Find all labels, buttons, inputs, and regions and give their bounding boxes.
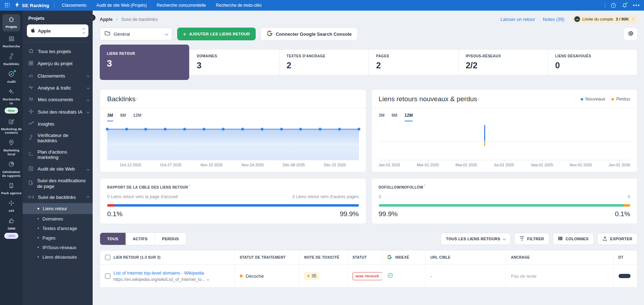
folder-icon xyxy=(104,31,110,37)
chain-link-icon xyxy=(8,53,14,61)
toxicity-dot xyxy=(307,275,309,277)
sidebar-item-suivi-de-backlinks[interactable]: Suivi de backlinks xyxy=(23,192,93,203)
backlinks-chart-title: Backlinks xyxy=(107,95,135,103)
backlinks-line-chart[interactable] xyxy=(107,123,359,160)
new-lost-bar-chart[interactable] xyxy=(379,123,631,160)
rail-item-api[interactable]: API xyxy=(1,200,22,213)
rail-item-recherche[interactable]: Recherche xyxy=(1,36,22,48)
info-icon: i xyxy=(424,183,425,187)
sidebar-item-audit-site-web[interactable]: Audit de site Web xyxy=(23,163,93,175)
range-tab-3m[interactable]: 3M xyxy=(379,113,385,121)
api-nodes-icon xyxy=(8,200,14,208)
sidebar-item-plan-actions-marketing[interactable]: Plan d'actions marketing xyxy=(23,146,93,163)
row-checkbox[interactable] xyxy=(105,274,110,279)
backlink-icon xyxy=(28,195,34,200)
notifications-bell-icon[interactable] xyxy=(621,2,628,8)
apps-grid-icon[interactable] xyxy=(5,3,10,8)
backlink-url-link[interactable]: List of Internet top-level domains - Wik… xyxy=(114,270,209,276)
bullet-icon xyxy=(37,228,39,229)
range-tab-6m[interactable]: 6M xyxy=(391,113,398,121)
rail-item-pack-agence[interactable]: Pack agence xyxy=(1,183,22,195)
sidebar-item-analyse-trafic[interactable]: Analyse & trafic xyxy=(23,82,93,94)
columns-button[interactable]: COLONNES xyxy=(553,233,594,245)
rail-item-generateur-rapports[interactable]: Générateur de rapports xyxy=(1,161,22,178)
target-progress-bar xyxy=(107,204,359,207)
url-expand-caret[interactable] xyxy=(207,278,209,281)
project-sidebar: Projets Apple Tous les projets Aperçu du… xyxy=(23,11,93,305)
rail-item-recherche-ia[interactable]: Recherche IA New xyxy=(1,88,22,114)
sidebar-item-suivi-resultats-ia[interactable]: Suivi des résultats IA xyxy=(23,106,93,119)
sidebar-item-classements[interactable]: Classements xyxy=(23,70,93,82)
tab-tous[interactable]: TOUS xyxy=(100,233,126,245)
google-icon xyxy=(387,254,392,261)
stat-liens-desavoues[interactable]: LIENS DÉSAVOUÉS 0 xyxy=(548,50,637,75)
select-all-checkbox[interactable] xyxy=(105,255,110,260)
stat-pages[interactable]: PAGES 2 xyxy=(369,50,458,75)
rail-item-smm[interactable]: SMM -20% xyxy=(1,218,22,239)
add-backlinks-button[interactable]: + AJOUTER LES LIENS RETOUR xyxy=(177,28,256,40)
tab-actifs[interactable]: ACTIFS xyxy=(126,233,155,245)
stat-domaines[interactable]: DOMAINES 3 xyxy=(190,50,279,75)
notes-link[interactable]: Notes (39) xyxy=(543,17,564,22)
sidebar-subitem-ip-sous-reseaux[interactable]: IP/Sous-réseaux xyxy=(23,243,93,252)
filter-button[interactable]: FILTRER xyxy=(514,233,550,245)
breadcrumb-separator: › xyxy=(116,16,118,22)
sidebar-item-insights[interactable]: Insights xyxy=(23,118,93,130)
sidebar-item-suivi-modifications-page[interactable]: Suivi des modifications de page xyxy=(23,175,93,192)
sidebar-item-tous-les-projets[interactable]: Tous les projets xyxy=(23,45,93,58)
brand-logo[interactable]: SE Ranking xyxy=(15,2,49,8)
feedback-link[interactable]: Laisser un retour xyxy=(500,17,535,22)
bullet-icon xyxy=(37,218,39,219)
range-tab-3m[interactable]: 3M xyxy=(107,113,113,121)
stat-liens-retour-active[interactable]: LIENS RETOUR 3 xyxy=(100,45,189,80)
export-button[interactable]: EXPORTER xyxy=(597,233,638,245)
sidebar-item-apercu-du-projet[interactable]: Aperçu du projet xyxy=(23,58,93,70)
edit-pencil-icon xyxy=(8,118,14,126)
nav-item-audit[interactable]: Audit de site Web (Projets) xyxy=(94,3,149,8)
col-dt: DT xyxy=(619,255,623,259)
rail-item-projets[interactable]: Projets xyxy=(2,14,20,31)
bullet-icon xyxy=(37,256,39,258)
sidebar-collapse-button[interactable] xyxy=(93,13,97,22)
range-tab-6m[interactable]: 6M xyxy=(120,113,126,121)
backlinks-x-axis: Oct-13 2025 Oct-27 2025 Nov-10 2025 Nov-… xyxy=(107,160,359,171)
new-lost-chart-title: Liens retours nouveaux & perdus xyxy=(379,95,477,103)
connect-gsc-button[interactable]: Connecter Google Search Console xyxy=(261,28,358,40)
links-filter-dropdown[interactable]: TOUS LES LIENS RETOURS xyxy=(441,233,511,245)
sidebar-item-verificateur-backlinks[interactable]: Vérificateur de backlinks xyxy=(23,130,93,146)
home-icon xyxy=(28,48,34,55)
sidebar-item-mes-concurrents[interactable]: Mes concurrents xyxy=(23,94,93,106)
homepage-segment xyxy=(107,204,115,207)
sidebar-subitem-domaines[interactable]: Domaines xyxy=(23,214,93,224)
sidebar-subitem-pages[interactable]: Pages xyxy=(23,233,93,243)
rail-item-backlinks[interactable]: Backlinks xyxy=(1,53,22,66)
sidebar-subitem-textes-ancrage[interactable]: Textes d'ancrage xyxy=(23,224,93,233)
settings-button[interactable] xyxy=(623,28,638,40)
project-selector[interactable]: Apple xyxy=(27,24,88,37)
check-circle-icon xyxy=(8,71,14,79)
sidebar-subitem-liens-desavoues[interactable]: Liens désavoués xyxy=(23,252,93,262)
legend-perdus: Perdus xyxy=(611,97,630,102)
breadcrumb-project[interactable]: Apple xyxy=(100,17,112,22)
rail-item-marketing-contenu[interactable]: Marketing de contenu xyxy=(1,118,22,135)
limit-label: Limite du compte xyxy=(582,17,614,21)
group-select[interactable]: Général xyxy=(100,28,172,40)
account-limit-badge[interactable]: Limite du compte 3 / 90K i xyxy=(572,15,638,23)
rail-item-audit[interactable]: Audit xyxy=(1,71,22,84)
stat-textes-ancrage[interactable]: TEXTES D'ANCRAGE 2 xyxy=(279,50,369,75)
range-tab-12m[interactable]: 12M xyxy=(133,113,141,121)
new-lost-chart-panel: Liens retours nouveaux & perdus i Nouvea… xyxy=(371,89,638,172)
dofollow-right-pct: 0.1% xyxy=(615,210,630,218)
more-menu-icon[interactable] xyxy=(633,2,639,8)
tab-perdus[interactable]: PERDUS xyxy=(155,233,186,245)
pages-icon xyxy=(28,180,33,187)
rail-item-marketing-local[interactable]: Marketing local xyxy=(1,139,22,156)
plus-icon: + xyxy=(183,31,186,37)
sidebar-subitem-liens-retour[interactable]: Liens retour xyxy=(23,203,93,214)
stat-ip-sous-reseaux[interactable]: IP/SOUS-RÉSEAUX 2/2 xyxy=(458,50,548,75)
help-icon[interactable]: ? xyxy=(610,2,616,8)
range-tab-12m[interactable]: 12M xyxy=(405,113,413,121)
nav-item-classements[interactable]: Classements xyxy=(59,3,89,8)
nav-item-mots-cles[interactable]: Recherche de mots-clés xyxy=(213,3,264,8)
nav-item-concurrentielle[interactable]: Recherche concurrentielle xyxy=(154,3,208,8)
